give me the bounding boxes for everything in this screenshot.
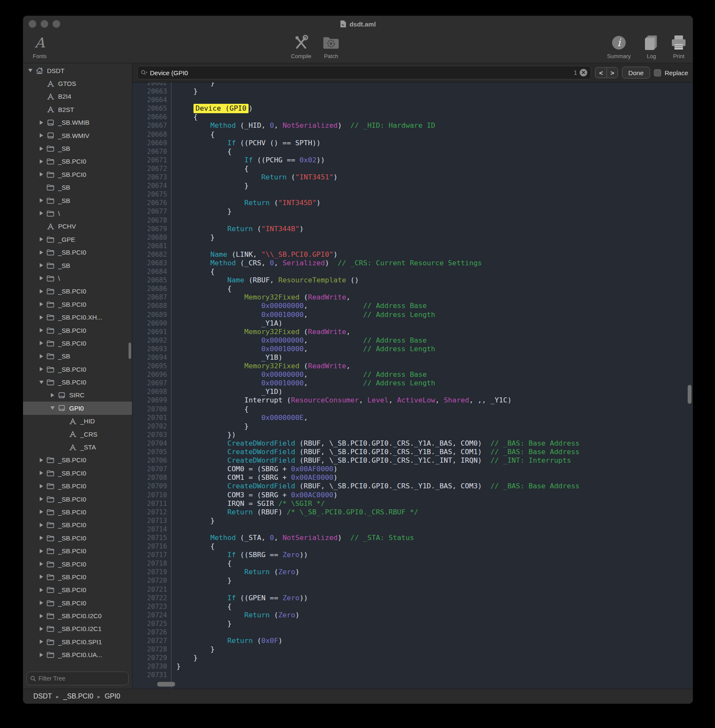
disclosure-triangle[interactable] — [38, 653, 45, 657]
disclosure-triangle[interactable] — [38, 536, 45, 540]
tree-item-sbpci0ua[interactable]: _SB.PCI0.UA... — [23, 649, 132, 661]
disclosure-triangle[interactable] — [38, 549, 45, 553]
disclosure-triangle[interactable] — [38, 341, 45, 345]
disclosure-triangle[interactable] — [38, 302, 45, 306]
disclosure-triangle[interactable] — [38, 484, 45, 488]
sidebar-scrollbar-thumb[interactable] — [129, 343, 131, 359]
disclosure-triangle[interactable] — [38, 614, 45, 618]
tree-item-gpe[interactable]: _GPE — [23, 233, 132, 246]
tree-item-hid[interactable]: _HID — [23, 415, 132, 428]
tree-item-sbpci0[interactable]: _SB.PCI0 — [23, 298, 132, 311]
tree-item-pchv[interactable]: PCHV — [23, 220, 132, 233]
tree-item-[interactable]: \ — [23, 207, 132, 220]
disclosure-triangle[interactable] — [38, 198, 45, 203]
tree-item-sbpci0[interactable]: _SB.PCI0 — [23, 454, 132, 467]
disclosure-triangle[interactable] — [38, 562, 45, 566]
code-editor[interactable]: 2066220663206642066520666206672066820669… — [132, 82, 693, 689]
replace-checkbox[interactable] — [654, 69, 661, 76]
disclosure-triangle[interactable] — [38, 367, 45, 371]
tree-item-b2st[interactable]: B2ST — [23, 103, 132, 116]
disclosure-triangle[interactable] — [38, 471, 45, 475]
disclosure-triangle[interactable] — [38, 627, 45, 631]
find-previous-button[interactable]: < — [595, 67, 607, 78]
disclosure-triangle[interactable] — [38, 381, 45, 384]
tree-item-sta[interactable]: _STA — [23, 440, 132, 453]
disclosure-triangle[interactable] — [38, 263, 45, 267]
tree-item-sbpci0[interactable]: _SB.PCI0 — [23, 505, 132, 518]
disclosure-triangle[interactable] — [38, 575, 45, 579]
disclosure-triangle[interactable] — [38, 497, 45, 501]
tree-item-sbpci0[interactable]: _SB.PCI0 — [23, 324, 132, 337]
disclosure-triangle[interactable] — [38, 147, 45, 151]
find-input[interactable]: Device (GPI0 1 ✕ — [137, 66, 591, 79]
find-next-button[interactable]: > — [607, 67, 618, 78]
tree-item-sbpci0[interactable]: _SB.PCI0 — [23, 285, 132, 298]
disclosure-triangle[interactable] — [38, 510, 45, 514]
tree-item-sbpci0[interactable]: _SB.PCI0 — [23, 467, 132, 479]
breadcrumb-item-gpi0[interactable]: GPI0 — [105, 693, 120, 700]
tree-item-sbpci0[interactable]: _SB.PCI0 — [23, 544, 132, 557]
disclosure-triangle[interactable] — [38, 276, 45, 280]
tree-item-sbpci0[interactable]: _SB.PCI0 — [23, 155, 132, 168]
tree-item-sbpci0[interactable]: _SB.PCI0 — [23, 531, 132, 544]
tree-item-crs[interactable]: _CRS — [23, 428, 132, 440]
tree-item-sbpci0i2c1[interactable]: _SB.PCI0.I2C1 — [23, 622, 132, 635]
disclosure-triangle[interactable] — [38, 640, 45, 644]
disclosure-triangle[interactable] — [26, 69, 34, 72]
tree-item-sirc[interactable]: SIRC — [23, 389, 132, 402]
breadcrumb-item-sbpci0[interactable]: _SB.PCI0 — [63, 693, 93, 700]
disclosure-triangle[interactable] — [38, 523, 45, 527]
tree-item-sbwmiv[interactable]: _SB.WMIV — [23, 129, 132, 142]
tree-item-sb[interactable]: _SB — [23, 259, 132, 272]
tree-item-dsdt[interactable]: DSDT — [23, 64, 132, 77]
tree-item-sbpci0[interactable]: _SB.PCI0 — [23, 480, 132, 493]
tree-item-sb[interactable]: _SB — [23, 181, 132, 194]
tree-item-b2i4[interactable]: B2I4 — [23, 90, 132, 103]
disclosure-triangle[interactable] — [49, 393, 56, 397]
vertical-scrollbar-thumb[interactable] — [688, 385, 692, 404]
tree-item-sbpci0[interactable]: _SB.PCI0 — [23, 570, 132, 583]
done-button[interactable]: Done — [622, 67, 650, 79]
disclosure-triangle[interactable] — [38, 172, 45, 176]
clear-search-button[interactable]: ✕ — [580, 69, 587, 76]
tree-item-sbpci0i2c0[interactable]: _SB.PCI0.I2C0 — [23, 609, 132, 622]
fonts-button[interactable]: A Fonts — [23, 33, 58, 59]
tree-item-sbpci0[interactable]: _SB.PCI0 — [23, 363, 132, 376]
summary-button[interactable]: i Summary — [601, 33, 637, 59]
tree-item-gtos[interactable]: GTOS — [23, 77, 132, 90]
tree-item-gpi0[interactable]: GPI0 — [23, 402, 132, 414]
disclosure-triangle[interactable] — [38, 159, 45, 164]
tree-item-sbpci0[interactable]: _SB.PCI0 — [23, 168, 132, 181]
horizontal-scrollbar-thumb[interactable] — [157, 682, 175, 687]
tree-item-sbpci0xh[interactable]: _SB.PCI0.XH... — [23, 311, 132, 323]
disclosure-triangle[interactable] — [38, 120, 45, 125]
breadcrumb-item-dsdt[interactable]: DSDT — [33, 693, 52, 700]
tree-item-sbpci0[interactable]: _SB.PCI0 — [23, 558, 132, 570]
tree-item-sb[interactable]: _SB — [23, 194, 132, 207]
disclosure-triangle[interactable] — [38, 458, 45, 462]
tree-item-sbwmib[interactable]: _SB.WMIB — [23, 116, 132, 129]
tree-item-sbpci0[interactable]: _SB.PCI0 — [23, 376, 132, 388]
disclosure-triangle[interactable] — [38, 354, 45, 358]
tree-item-[interactable]: \ — [23, 272, 132, 285]
filter-tree-input[interactable]: Filter Tree — [26, 672, 129, 685]
tree-item-sbpci0[interactable]: _SB.PCI0 — [23, 337, 132, 349]
disclosure-triangle[interactable] — [38, 315, 45, 320]
tree-item-sbpci0[interactable]: _SB.PCI0 — [23, 493, 132, 505]
tree-item-sb[interactable]: _SB — [23, 142, 132, 155]
disclosure-triangle[interactable] — [38, 250, 45, 255]
disclosure-triangle[interactable] — [38, 289, 45, 294]
disclosure-triangle[interactable] — [38, 601, 45, 605]
tree-item-sbpci0[interactable]: _SB.PCI0 — [23, 596, 132, 609]
disclosure-triangle[interactable] — [49, 406, 56, 410]
disclosure-triangle[interactable] — [38, 328, 45, 332]
tree-item-sbpci0[interactable]: _SB.PCI0 — [23, 584, 132, 596]
tree-item-sbpci0[interactable]: _SB.PCI0 — [23, 246, 132, 258]
patch-button[interactable]: Patch — [313, 33, 349, 59]
disclosure-triangle[interactable] — [38, 237, 45, 241]
disclosure-triangle[interactable] — [38, 211, 45, 215]
print-button[interactable]: Print — [660, 33, 693, 59]
disclosure-triangle[interactable] — [38, 133, 45, 138]
tree-item-sbpci0[interactable]: _SB.PCI0 — [23, 519, 132, 531]
tree-item-sbpci0spi1[interactable]: _SB.PCI0.SPI1 — [23, 635, 132, 648]
